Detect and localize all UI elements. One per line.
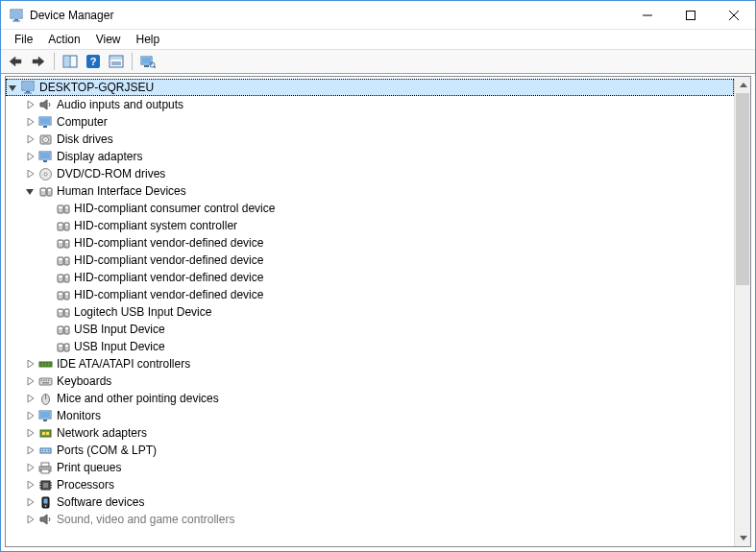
tree-node-label: Display adapters [57, 150, 148, 163]
menu-bar: File Action View Help [1, 30, 755, 49]
tree-device[interactable]: HID-compliant vendor-defined device [6, 269, 734, 286]
expand-icon[interactable] [23, 444, 37, 457]
tree-device[interactable]: USB Input Device [6, 321, 734, 338]
tree-category[interactable]: Disk drives [6, 131, 734, 148]
tree-device[interactable]: HID-compliant consumer control device [6, 200, 734, 217]
hid-icon [55, 235, 70, 251]
maximize-button[interactable] [669, 1, 712, 30]
tree-node-label: HID-compliant system controller [74, 219, 243, 232]
tree-category[interactable]: Monitors [6, 407, 734, 424]
forward-button[interactable] [28, 51, 49, 72]
svg-rect-3 [12, 20, 20, 21]
scroll-down-arrow[interactable] [735, 530, 751, 546]
printer-icon [37, 460, 53, 475]
tree-device[interactable]: USB Input Device [6, 338, 734, 355]
svg-rect-1 [12, 11, 21, 17]
tree-device[interactable]: HID-compliant vendor-defined device [6, 252, 734, 269]
tree-node-label: Software devices [57, 495, 150, 509]
back-button[interactable] [5, 51, 26, 72]
expand-icon[interactable] [23, 357, 37, 371]
expand-icon[interactable] [23, 495, 37, 509]
tree-category[interactable]: IDE ATA/ATAPI controllers [6, 355, 734, 372]
expand-icon[interactable] [23, 478, 37, 492]
tree-node-label: USB Input Device [74, 323, 171, 336]
tree-category[interactable]: Network adapters [6, 424, 734, 442]
hid-icon [37, 183, 53, 199]
scroll-up-arrow[interactable] [735, 77, 751, 93]
tree-category[interactable]: Software devices [6, 493, 734, 511]
scan-hardware-button[interactable] [137, 51, 159, 72]
tree-node-label: HID-compliant vendor-defined device [74, 236, 269, 250]
collapse-icon[interactable] [23, 184, 37, 198]
tree-category[interactable]: DVD/CD-ROM drives [6, 165, 734, 182]
minimize-button[interactable] [625, 1, 669, 30]
expand-icon[interactable] [23, 513, 37, 526]
dvd-icon [37, 166, 53, 181]
tree-device[interactable]: HID-compliant vendor-defined device [6, 286, 734, 303]
hid-icon [55, 252, 70, 268]
tree-node-label: HID-compliant vendor-defined device [74, 288, 269, 301]
tree-node-label: Computer [57, 115, 113, 129]
menu-action[interactable]: Action [40, 32, 87, 47]
tree-category[interactable]: Display adapters [6, 148, 734, 165]
hid-icon [55, 287, 70, 302]
hid-icon [55, 339, 70, 354]
disk-icon [37, 132, 53, 147]
tree-category[interactable]: Human Interface Devices [6, 182, 734, 200]
help-button[interactable]: ? [83, 51, 104, 72]
port-icon [37, 443, 53, 458]
expand-icon[interactable] [23, 374, 37, 388]
vertical-scrollbar[interactable] [734, 77, 750, 546]
expand-icon[interactable] [23, 392, 37, 405]
software-icon [37, 494, 53, 510]
svg-rect-2 [14, 19, 18, 21]
tree-node-label: HID-compliant consumer control device [74, 202, 280, 215]
expand-icon[interactable] [23, 98, 37, 111]
tree-category[interactable]: Mice and other pointing devices [6, 390, 734, 407]
tree-node-label: HID-compliant vendor-defined device [74, 271, 269, 284]
tree-node-label: Keyboards [57, 374, 117, 388]
svg-text:?: ? [90, 56, 97, 67]
tree-device[interactable]: HID-compliant system controller [6, 217, 734, 234]
tree-device[interactable]: Logitech USB Input Device [6, 303, 734, 321]
ide-icon [37, 356, 53, 372]
device-tree[interactable]: DESKTOP-GQRJSEUAudio inputs and outputsC… [6, 77, 734, 546]
svg-line-21 [154, 66, 156, 68]
monitor-icon [37, 408, 53, 423]
properties-button[interactable] [106, 51, 127, 72]
window-title: Device Manager [30, 9, 113, 22]
expand-icon[interactable] [23, 167, 37, 180]
tree-device[interactable]: HID-compliant vendor-defined device [6, 234, 734, 252]
tree-category[interactable]: Processors [6, 476, 734, 493]
speaker-icon [37, 97, 53, 112]
svg-rect-5 [686, 11, 695, 19]
tree-category[interactable]: Print queues [6, 459, 734, 476]
hid-icon [55, 322, 70, 337]
tree-node-label: Network adapters [57, 426, 153, 440]
menu-view[interactable]: View [88, 32, 129, 47]
expand-icon[interactable] [23, 150, 37, 163]
tree-category[interactable]: Audio inputs and outputs [6, 96, 734, 113]
scroll-thumb[interactable] [736, 93, 749, 285]
close-button[interactable] [712, 1, 755, 30]
tree-node-label: DESKTOP-GQRJSEU [39, 81, 159, 94]
expand-icon[interactable] [23, 409, 37, 422]
hid-icon [55, 201, 70, 216]
toolbar: ? [1, 49, 755, 74]
tree-root[interactable]: DESKTOP-GQRJSEU [6, 79, 734, 96]
tree-category[interactable]: Ports (COM & LPT) [6, 442, 734, 459]
tree-category[interactable]: Computer [6, 113, 734, 131]
svg-rect-14 [110, 57, 122, 60]
tree-node-label: Ports (COM & LPT) [57, 444, 162, 457]
menu-file[interactable]: File [7, 32, 40, 47]
expand-icon[interactable] [23, 426, 37, 440]
expand-icon[interactable] [23, 115, 37, 129]
show-hide-console-tree-button[interactable] [60, 51, 81, 72]
tree-category[interactable]: Sound, video and game controllers [6, 511, 734, 528]
collapse-icon[interactable] [6, 81, 19, 94]
tree-category[interactable]: Keyboards [6, 372, 734, 390]
tree-node-label: Sound, video and game controllers [57, 513, 240, 526]
menu-help[interactable]: Help [129, 32, 168, 47]
expand-icon[interactable] [23, 132, 37, 146]
expand-icon[interactable] [23, 461, 37, 474]
